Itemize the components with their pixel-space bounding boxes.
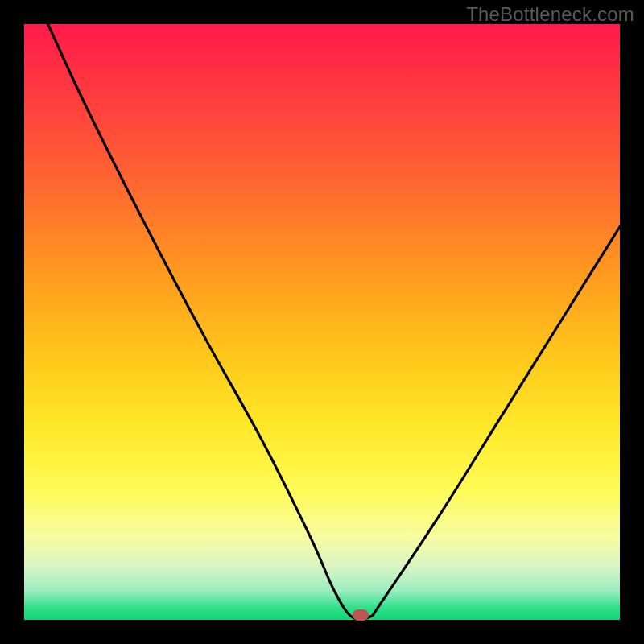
bottleneck-curve — [24, 24, 620, 620]
chart-frame: TheBottleneck.com — [0, 0, 644, 644]
plot-area — [24, 24, 620, 620]
watermark-text: TheBottleneck.com — [466, 3, 634, 26]
optimal-point-marker — [353, 609, 369, 621]
